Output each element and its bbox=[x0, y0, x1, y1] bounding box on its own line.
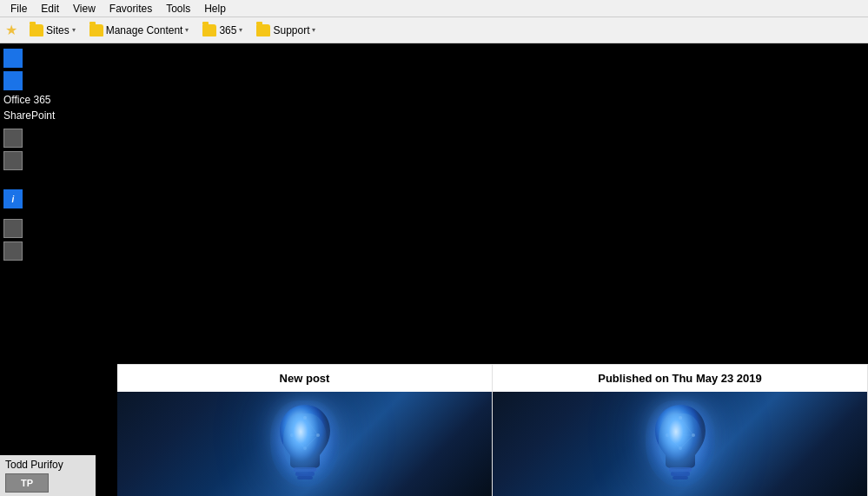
svg-point-25 bbox=[679, 446, 682, 450]
svg-rect-2 bbox=[295, 472, 315, 476]
svg-line-19 bbox=[667, 435, 680, 448]
support-folder-icon bbox=[256, 24, 270, 36]
toolbar-365-label: 365 bbox=[219, 24, 236, 36]
svg-line-17 bbox=[667, 418, 680, 435]
menu-view[interactable]: View bbox=[66, 3, 103, 15]
svg-point-10 bbox=[290, 433, 294, 437]
manage-content-folder-icon bbox=[89, 24, 103, 36]
sidebar-info-button[interactable]: i bbox=[3, 189, 23, 208]
user-avatar[interactable]: TP bbox=[5, 473, 49, 493]
sidebar-app-title-line1: Office 365 bbox=[0, 92, 117, 108]
menu-bar: File Edit View Favorites Tools Help bbox=[0, 0, 868, 17]
sidebar-icon-btn-2[interactable] bbox=[3, 151, 23, 170]
sidebar-icon-btn-4[interactable] bbox=[3, 241, 23, 261]
sites-folder-icon bbox=[30, 24, 43, 36]
svg-rect-3 bbox=[297, 476, 313, 479]
svg-point-24 bbox=[692, 433, 695, 437]
card-2-bulb bbox=[493, 392, 867, 496]
sidebar-icon-btn-1[interactable] bbox=[3, 129, 23, 148]
toolbar-support-label: Support bbox=[273, 24, 309, 36]
menu-favorites[interactable]: Favorites bbox=[103, 3, 159, 15]
sites-chevron-icon: ▾ bbox=[72, 26, 76, 34]
svg-rect-14 bbox=[669, 467, 692, 472]
menu-help[interactable]: Help bbox=[197, 3, 233, 15]
toolbar-sites-label: Sites bbox=[46, 24, 70, 36]
svg-point-22 bbox=[679, 416, 682, 420]
sidebar-icon-btn-3[interactable] bbox=[3, 219, 23, 238]
card-new-post[interactable]: New post bbox=[117, 364, 493, 496]
menu-tools[interactable]: Tools bbox=[159, 3, 197, 15]
svg-point-23 bbox=[666, 433, 669, 437]
sidebar-app-title-line2: SharePoint bbox=[0, 108, 117, 123]
sidebar: Office 365 SharePoint i Todd Purifoy TP bbox=[0, 43, 117, 496]
svg-line-4 bbox=[292, 418, 305, 435]
svg-line-7 bbox=[305, 435, 318, 448]
svg-line-20 bbox=[680, 435, 693, 448]
card-1-label: New post bbox=[117, 364, 493, 392]
main-area: Office 365 SharePoint i Todd Purifoy TP … bbox=[0, 43, 868, 496]
bulb-svg-2 bbox=[641, 396, 719, 492]
info-icon: i bbox=[12, 195, 15, 204]
card-1-bulb bbox=[117, 392, 492, 496]
manage-content-chevron-icon: ▾ bbox=[185, 26, 189, 34]
svg-rect-15 bbox=[671, 472, 690, 476]
toolbar-manage-content-label: Manage Content bbox=[106, 24, 183, 36]
card-2-label: Published on Thu May 23 2019 bbox=[493, 364, 868, 392]
sidebar-blue-btn-2[interactable] bbox=[3, 71, 23, 90]
svg-point-11 bbox=[316, 433, 320, 437]
menu-edit[interactable]: Edit bbox=[34, 3, 66, 15]
365-folder-icon bbox=[202, 24, 216, 36]
card-1-image bbox=[117, 392, 493, 496]
user-profile: Todd Purifoy TP bbox=[0, 455, 96, 496]
svg-point-9 bbox=[303, 416, 307, 420]
toolbar-bar: ★ Sites ▾ Manage Content ▾ 365 ▾ Support… bbox=[0, 17, 868, 43]
support-chevron-icon: ▾ bbox=[312, 26, 315, 34]
svg-line-5 bbox=[305, 418, 318, 435]
svg-line-18 bbox=[680, 418, 693, 435]
bulb-svg-1 bbox=[266, 396, 344, 492]
svg-point-12 bbox=[303, 446, 307, 450]
svg-rect-16 bbox=[673, 476, 688, 479]
toolbar-support-button[interactable]: Support ▾ bbox=[251, 23, 321, 38]
card-published[interactable]: Published on Thu May 23 2019 bbox=[493, 364, 868, 496]
365-chevron-icon: ▾ bbox=[239, 26, 242, 34]
favorites-star-icon: ★ bbox=[5, 22, 17, 38]
menu-file[interactable]: File bbox=[3, 3, 34, 15]
card-2-image bbox=[493, 392, 868, 496]
sidebar-blue-btn-1[interactable] bbox=[3, 49, 23, 68]
svg-rect-1 bbox=[294, 467, 316, 472]
content-area: New post bbox=[117, 43, 868, 496]
cards-row: New post bbox=[117, 364, 868, 496]
svg-line-6 bbox=[292, 435, 305, 448]
user-name-label: Todd Purifoy bbox=[5, 459, 90, 471]
toolbar-365-button[interactable]: 365 ▾ bbox=[197, 23, 248, 38]
toolbar-sites-button[interactable]: Sites ▾ bbox=[24, 23, 81, 38]
toolbar-manage-content-button[interactable]: Manage Content ▾ bbox=[84, 23, 195, 38]
